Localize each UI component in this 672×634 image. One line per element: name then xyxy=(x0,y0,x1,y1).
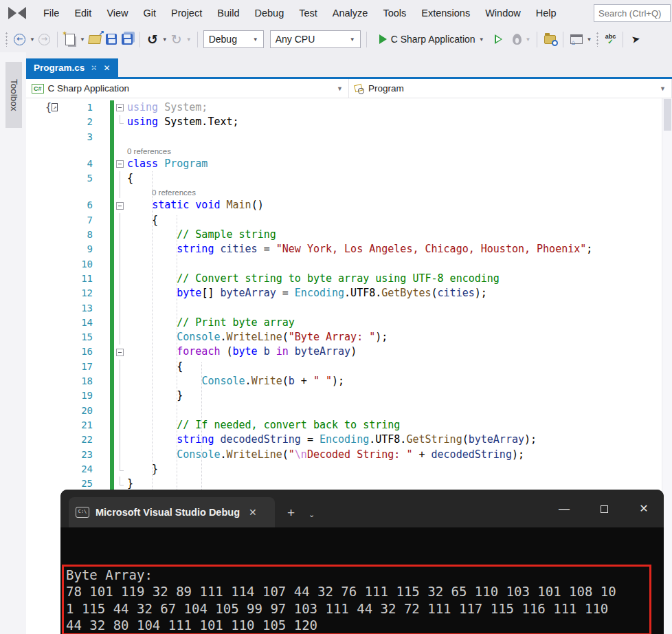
outlining-margin[interactable] xyxy=(114,157,127,171)
terminal-tab[interactable]: C:\ Microsoft Visual Studio Debug Consol… xyxy=(69,497,275,527)
outlining-margin xyxy=(114,186,127,198)
toolbox-tab[interactable]: Toolbox xyxy=(5,62,22,128)
toolbar-grip-handle[interactable] xyxy=(5,32,8,47)
project-name: C Sharp Application xyxy=(48,83,130,94)
console-output-line: 78 101 119 32 89 111 114 107 44 32 76 11… xyxy=(66,583,649,600)
line-number: 12 xyxy=(26,286,110,300)
outlining-margin xyxy=(114,115,127,129)
code-line: 21 // If needed, convert back to string xyxy=(26,418,672,433)
back-dropdown-caret[interactable]: ▼ xyxy=(30,36,35,43)
close-icon[interactable]: ✕ xyxy=(249,507,257,518)
menu-item-git[interactable]: Git xyxy=(136,0,164,26)
minimize-button[interactable]: — xyxy=(544,490,584,527)
menu-item-edit[interactable]: Edit xyxy=(67,0,99,26)
outlining-margin xyxy=(114,404,127,418)
chevron-down-icon[interactable]: ⌄ xyxy=(309,510,315,519)
menu-item-help[interactable]: Help xyxy=(528,0,564,26)
selection-tool-button[interactable]: ➤ xyxy=(629,30,642,48)
hot-reload-button[interactable] xyxy=(506,30,523,48)
search-input[interactable] xyxy=(594,4,671,22)
chevron-down-icon: ▼ xyxy=(660,85,666,92)
console-output-line: 1 115 44 32 67 104 105 99 97 103 111 44 … xyxy=(66,600,649,617)
collapse-box-icon[interactable] xyxy=(116,104,124,111)
solution-explorer-button[interactable] xyxy=(569,30,584,48)
undo-button[interactable]: ↺ xyxy=(146,30,159,48)
fold-guide-line xyxy=(120,115,120,124)
menu-item-debug[interactable]: Debug xyxy=(247,0,291,26)
collapse-box-icon[interactable] xyxy=(116,349,124,356)
redo-button[interactable]: ↻ xyxy=(170,30,183,48)
toolbox-strip: Toolbox xyxy=(0,52,26,634)
save-all-button[interactable] xyxy=(120,30,134,48)
code-text: byte[] byteArray = Encoding.UTF8.GetByte… xyxy=(127,286,672,300)
outlining-margin xyxy=(114,330,127,345)
find-in-files-button[interactable] xyxy=(543,30,557,48)
new-file-button[interactable] xyxy=(63,30,77,48)
forward-arrow-icon: → xyxy=(38,34,50,45)
menu-item-analyze[interactable]: Analyze xyxy=(325,0,376,26)
scrollbar-thumb[interactable] xyxy=(664,99,671,131)
outlining-margin xyxy=(114,448,127,462)
open-file-button[interactable] xyxy=(87,30,102,48)
menu-bar: FileEditViewGitProjectBuildDebugTestAnal… xyxy=(0,0,672,26)
folder-search-icon xyxy=(544,35,556,44)
save-button[interactable] xyxy=(104,30,118,48)
line-number: 8 xyxy=(26,228,110,242)
outlining-margin[interactable] xyxy=(114,198,127,212)
line-number: 17 xyxy=(26,360,110,374)
close-button[interactable]: ✕ xyxy=(624,490,664,527)
menu-item-tools[interactable]: Tools xyxy=(375,0,414,26)
line-number: 4 xyxy=(26,157,110,171)
outlining-margin xyxy=(114,257,127,272)
codelens-row: 0 references xyxy=(26,186,672,198)
menu-item-view[interactable]: View xyxy=(99,0,135,26)
terminal-title-bar[interactable]: C:\ Microsoft Visual Studio Debug Consol… xyxy=(60,490,664,527)
outlining-margin[interactable] xyxy=(114,345,127,359)
platform-dropdown[interactable]: Any CPU▼ xyxy=(270,30,361,48)
outlining-margin[interactable] xyxy=(114,100,127,115)
start-debug-button[interactable]: C Sharp Application ▼ xyxy=(372,30,486,48)
navigate-forward-button[interactable]: → xyxy=(37,30,52,48)
collapse-box-icon[interactable] xyxy=(116,160,124,168)
fold-guide-line xyxy=(120,186,120,198)
code-line: 13 xyxy=(26,301,672,316)
outlining-margin xyxy=(114,130,127,144)
project-dropdown[interactable]: C# C Sharp Application ▼ xyxy=(26,79,349,98)
collapse-box-icon[interactable] xyxy=(116,202,124,210)
menu-item-file[interactable]: File xyxy=(36,0,67,26)
tab-program-cs[interactable]: Program.cs ⊹ ✕ xyxy=(26,58,118,77)
line-number: 6 xyxy=(26,198,110,212)
navigate-back-button[interactable]: ← xyxy=(12,30,27,48)
code-line: 18 Console.Write(b + " "); xyxy=(26,374,672,389)
menu-item-build[interactable]: Build xyxy=(210,0,247,26)
spell-check-button[interactable]: abc✓ xyxy=(603,30,617,48)
terminal-output[interactable]: Byte Array: 78 101 119 32 89 111 114 107… xyxy=(60,527,664,634)
csharp-project-icon: C# xyxy=(32,84,44,94)
code-line: 1using System; xyxy=(26,100,672,115)
separator xyxy=(537,32,537,47)
start-without-debug-button[interactable] xyxy=(488,30,504,48)
menu-item-project[interactable]: Project xyxy=(164,0,210,26)
new-tab-button[interactable]: + xyxy=(287,505,295,521)
undo-dropdown-caret[interactable]: ▼ xyxy=(162,36,168,43)
menu-item-extensions[interactable]: Extensions xyxy=(414,0,478,26)
toolbar-grip-handle[interactable] xyxy=(596,32,599,47)
maximize-button[interactable] xyxy=(584,490,624,527)
line-number: 5 xyxy=(26,171,110,186)
redo-dropdown-caret[interactable]: ▼ xyxy=(186,36,192,43)
play-outline-icon xyxy=(495,34,502,44)
solution-config-dropdown[interactable]: Debug▼ xyxy=(203,30,264,48)
new-file-dropdown-caret[interactable]: ▼ xyxy=(80,36,85,43)
type-dropdown[interactable]: Program ▼ xyxy=(349,79,672,98)
menu-item-test[interactable]: Test xyxy=(291,0,325,26)
codelens-references[interactable]: 0 references xyxy=(127,186,672,198)
line-number: 7 xyxy=(26,213,110,228)
pin-icon[interactable]: ⊹ xyxy=(89,63,100,74)
hot-reload-dropdown-caret[interactable]: ▼ xyxy=(526,36,531,43)
chevron-down-icon: ▼ xyxy=(337,85,343,92)
close-icon[interactable]: ✕ xyxy=(104,63,111,73)
menu-item-window[interactable]: Window xyxy=(478,0,528,26)
codelens-references[interactable]: 0 references xyxy=(127,144,672,157)
chevron-down-icon[interactable]: ▼ xyxy=(587,36,592,43)
fold-guide-line xyxy=(120,360,120,374)
